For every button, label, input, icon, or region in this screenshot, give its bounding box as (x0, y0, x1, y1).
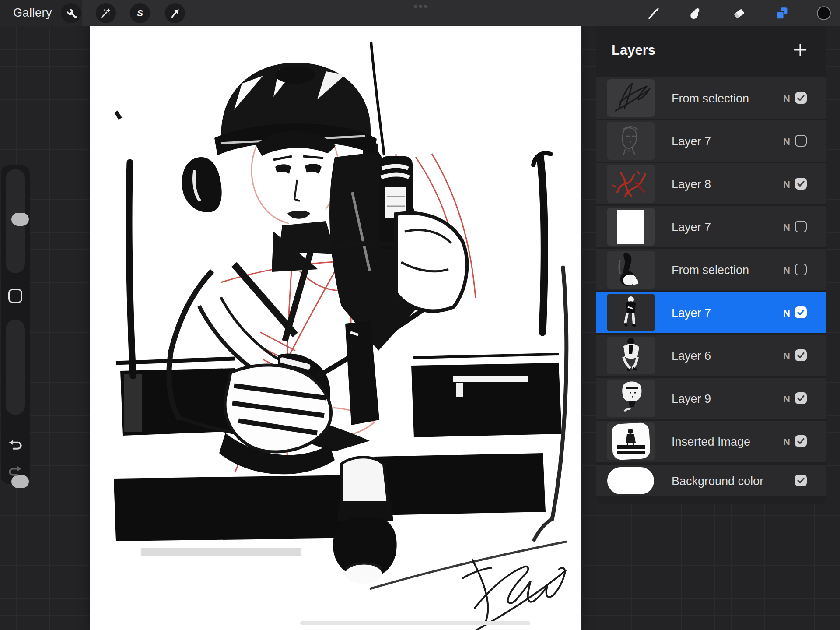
layer-thumbnail[interactable] (607, 208, 655, 246)
smudge-tool-button[interactable] (686, 4, 704, 22)
layer-name: Layer 6 (672, 349, 711, 363)
selection-button[interactable]: S (130, 3, 150, 23)
magic-wand-icon (100, 7, 112, 19)
eraser-icon (731, 6, 746, 21)
layers-icon (774, 6, 789, 21)
layer-row[interactable]: From selection N (596, 77, 826, 119)
brush-size-slider[interactable] (6, 169, 25, 273)
layer-visibility-checkbox[interactable] (795, 221, 807, 232)
layer-row[interactable]: Layer 7 N (596, 292, 826, 333)
sidebar-tool-controls (1, 165, 30, 484)
layer-thumbnail[interactable] (607, 380, 655, 417)
plus-icon (793, 42, 808, 57)
blend-mode-badge[interactable]: N (781, 436, 792, 448)
blend-mode-badge[interactable]: N (781, 265, 792, 276)
blend-mode-badge[interactable]: N (781, 93, 792, 105)
blend-mode-badge[interactable]: N (781, 394, 792, 405)
layer-thumbnail[interactable] (607, 165, 655, 203)
gallery-section: Gallery (0, 0, 82, 26)
layer-thumbnail[interactable] (607, 251, 655, 289)
layer-name: Layer 9 (672, 392, 711, 406)
selection-s-icon: S (134, 7, 146, 19)
actions-button[interactable] (61, 3, 81, 23)
layer-row[interactable]: Layer 7 N (596, 120, 826, 162)
add-layer-button[interactable] (792, 42, 808, 58)
layer-name: Inserted Image (672, 435, 750, 449)
layer-name: From selection (672, 92, 749, 106)
layer-name: From selection (672, 264, 749, 277)
layer-row[interactable]: Layer 8 N (596, 163, 826, 204)
layers-panel-header: Layers (596, 26, 826, 77)
blend-mode-badge[interactable]: N (781, 222, 792, 233)
layer-thumbnail[interactable] (607, 79, 655, 117)
smudge-icon (687, 6, 702, 21)
undo-icon (8, 440, 23, 451)
layer-row[interactable]: Layer 9 N (596, 378, 826, 419)
erase-tool-button[interactable] (729, 4, 748, 22)
drawing-canvas[interactable] (90, 26, 581, 630)
layer-visibility-checkbox[interactable] (795, 435, 807, 447)
transform-arrow-icon (169, 7, 181, 19)
layer-row[interactable]: From selection N (596, 249, 826, 290)
layer-name: Layer 7 (672, 135, 711, 148)
blend-mode-badge[interactable]: N (781, 136, 792, 148)
layer-name: Layer 8 (672, 178, 711, 191)
layer-name: Layer 7 (672, 306, 711, 320)
layer-row[interactable]: Layer 7 N (596, 206, 826, 247)
brush-icon (646, 6, 661, 21)
layer-visibility-checkbox[interactable] (795, 92, 807, 104)
home-indicator[interactable] (300, 621, 530, 625)
redo-button[interactable] (6, 464, 24, 479)
adjustments-button[interactable] (96, 3, 116, 23)
artist-signature (462, 519, 566, 630)
layer-row[interactable]: Layer 6 N (596, 335, 826, 376)
opacity-slider[interactable] (6, 320, 25, 415)
background-visibility-checkbox[interactable] (795, 475, 807, 486)
system-indicator-dots (414, 5, 431, 8)
transform-button[interactable] (165, 3, 185, 23)
top-toolbar: Gallery S (0, 0, 840, 26)
wrench-icon (65, 7, 77, 19)
canvas-artwork (90, 26, 581, 630)
layer-row[interactable]: Inserted Image N (596, 421, 826, 462)
redo-icon (8, 466, 23, 477)
layers-panel: Layers From selection N Layer 7 N (596, 26, 826, 504)
layer-thumbnail[interactable] (607, 337, 655, 374)
layers-panel-title: Layers (612, 42, 655, 58)
layer-visibility-checkbox[interactable] (795, 264, 807, 275)
layer-visibility-checkbox[interactable] (795, 392, 807, 404)
paint-tool-button[interactable] (644, 4, 662, 22)
layer-visibility-checkbox[interactable] (795, 349, 807, 361)
modify-button[interactable] (8, 289, 22, 303)
color-tool-button[interactable] (815, 4, 833, 22)
background-color-label: Background color (672, 475, 763, 488)
layer-thumbnail[interactable] (607, 294, 655, 331)
background-color-row[interactable]: Background color (596, 465, 826, 496)
layer-visibility-checkbox[interactable] (795, 306, 807, 318)
brush-size-handle[interactable] (11, 213, 29, 226)
color-circle-icon (816, 6, 831, 21)
undo-button[interactable] (6, 438, 24, 453)
blend-mode-badge[interactable]: N (781, 308, 792, 319)
layer-name: Layer 7 (672, 221, 711, 234)
blend-mode-badge[interactable]: N (781, 351, 792, 362)
layers-tool-button[interactable] (772, 4, 791, 22)
layers-list: From selection N Layer 7 N Layer 8 N Lay (596, 77, 826, 464)
gallery-button[interactable]: Gallery (13, 6, 52, 20)
svg-text:S: S (137, 8, 143, 18)
layer-thumbnail[interactable] (607, 422, 655, 460)
background-color-swatch[interactable] (607, 467, 654, 494)
layer-thumbnail[interactable] (607, 122, 655, 160)
procreate-app: Gallery S (0, 0, 840, 630)
blend-mode-badge[interactable]: N (781, 179, 792, 190)
layer-visibility-checkbox[interactable] (795, 135, 807, 147)
layer-visibility-checkbox[interactable] (795, 178, 807, 190)
